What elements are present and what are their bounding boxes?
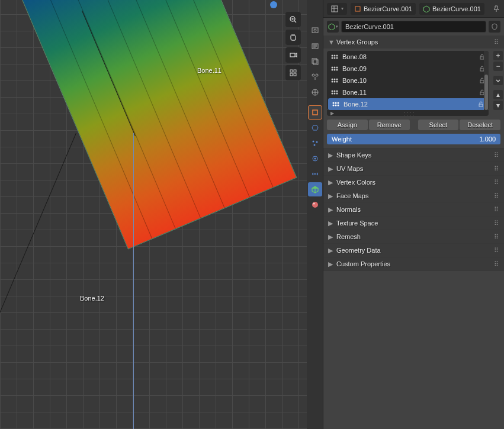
tab-material[interactable] [308, 198, 322, 212]
editor-type-dropdown[interactable]: ▾ [327, 3, 347, 15]
section-header-shape-keys[interactable]: ▶Shape Keys⠿ [323, 149, 504, 162]
weight-slider[interactable]: Weight 1.000 [327, 134, 500, 144]
svg-point-50 [336, 91, 338, 92]
svg-point-19 [316, 141, 317, 143]
svg-point-31 [334, 57, 336, 59]
section-header-uv-maps[interactable]: ▶UV Maps⠿ [323, 162, 504, 175]
datablock-name-input[interactable]: BezierCurve.001 [341, 21, 486, 33]
remove-button[interactable]: Remove [369, 120, 410, 130]
perspective-icon[interactable] [285, 65, 301, 80]
svg-point-44 [332, 81, 333, 83]
lock-icon[interactable] [478, 101, 484, 107]
svg-rect-13 [313, 60, 318, 64]
tab-particles[interactable] [308, 136, 322, 150]
vertex-group-item[interactable]: Bone.09 [327, 63, 489, 75]
breadcrumb-object[interactable]: BezierCurve.001 [351, 3, 416, 15]
svg-point-20 [313, 144, 315, 146]
vertex-group-icon [332, 101, 340, 107]
svg-point-29 [336, 55, 338, 57]
tab-view-layer[interactable] [308, 54, 322, 69]
tab-mesh-data[interactable] [308, 182, 322, 196]
datablock-name-row: ▾ BezierCurve.001 [323, 18, 504, 36]
vertex-group-item[interactable]: Bone.10 [327, 75, 489, 86]
svg-point-36 [336, 67, 338, 69]
select-button[interactable]: Select [418, 120, 459, 130]
drag-handle-icon: ⠿ [494, 247, 499, 254]
section-header-geometry-data[interactable]: ▶Geometry Data⠿ [323, 244, 504, 257]
vertex-group-icon [330, 54, 339, 60]
svg-point-23 [312, 202, 318, 208]
breadcrumb-data[interactable]: BezierCurve.001 [419, 3, 484, 15]
bone-label-12: Bone.12 [80, 295, 104, 302]
svg-point-53 [336, 93, 338, 95]
section-header-face-maps[interactable]: ▶Face Maps⠿ [323, 189, 504, 202]
tab-physics[interactable] [308, 151, 322, 166]
section-header-remesh[interactable]: ▶Remesh⠿ [323, 230, 504, 243]
vertex-group-icon [330, 89, 339, 95]
datablock-icon-dropdown[interactable]: ▾ [327, 21, 339, 33]
tab-output[interactable] [308, 39, 322, 53]
drag-handle-icon: ⠿ [494, 206, 499, 214]
deselect-button[interactable]: Deselect [460, 120, 500, 130]
tab-object[interactable] [308, 105, 322, 120]
drag-handle-icon: ⠿ [494, 165, 499, 173]
move-down-button[interactable]: ▾ [493, 101, 503, 110]
move-up-button[interactable]: ▴ [493, 90, 503, 99]
vertex-group-menu-button[interactable] [493, 76, 503, 85]
pan-icon[interactable] [285, 30, 301, 45]
tab-render[interactable] [308, 24, 322, 38]
resize-grip-icon[interactable]: :::: [403, 109, 415, 117]
vertex-group-item[interactable]: Bone.08 [327, 51, 489, 63]
svg-point-48 [332, 91, 333, 92]
svg-rect-17 [313, 110, 317, 115]
navigation-gizmo-dot[interactable] [270, 1, 277, 8]
assign-button[interactable]: Assign [327, 120, 368, 130]
tab-world[interactable] [308, 85, 322, 99]
add-vertex-group-button[interactable]: + [493, 51, 503, 60]
svg-point-45 [334, 81, 336, 83]
vertex-group-list[interactable]: Bone.08 Bone.09 Bone.10 [327, 51, 489, 110]
section-header-vertex-colors[interactable]: ▶Vertex Colors⠿ [323, 176, 504, 189]
svg-point-27 [332, 55, 333, 57]
vertex-group-name: Bone.11 [342, 89, 367, 96]
svg-point-57 [338, 102, 339, 104]
vertex-group-item[interactable]: Bone.11 [327, 86, 489, 98]
filter-toggle-icon[interactable]: ▶ [330, 111, 334, 116]
weight-painted-mesh [17, 0, 297, 249]
svg-point-43 [336, 79, 338, 80]
drag-handle-icon: ⠿ [494, 233, 499, 241]
bone-label-11: Bone.11 [197, 67, 221, 74]
vertex-group-icon [330, 78, 339, 83]
section-header-custom-properties[interactable]: ▶Custom Properties⠿ [323, 257, 504, 270]
section-header-vertex-groups[interactable]: ▼ Vertex Groups ⠿ [323, 36, 504, 49]
weight-label: Weight [332, 136, 352, 143]
tab-scene[interactable] [308, 70, 322, 84]
disclosure-triangle-icon: ▶ [328, 233, 333, 241]
section-header-texture-space[interactable]: ▶Texture Space⠿ [323, 217, 504, 230]
svg-point-42 [334, 79, 336, 80]
camera-icon[interactable] [285, 47, 301, 63]
viewport-tools [285, 12, 301, 80]
section-header-normals[interactable]: ▶Normals⠿ [323, 203, 504, 216]
svg-point-46 [336, 81, 338, 83]
list-scrollbar[interactable] [484, 51, 489, 110]
remove-vertex-group-button[interactable]: − [493, 62, 503, 71]
svg-point-30 [332, 57, 333, 59]
svg-point-28 [334, 55, 336, 57]
svg-point-51 [332, 93, 333, 95]
svg-point-38 [334, 69, 336, 71]
drag-handle-icon: ⠿ [494, 260, 499, 268]
disclosure-triangle-icon: ▶ [328, 151, 333, 159]
svg-point-41 [332, 79, 333, 80]
tab-modifiers[interactable] [308, 121, 322, 135]
drag-handle-icon: ⠿ [494, 179, 499, 186]
fake-user-toggle[interactable] [489, 21, 500, 33]
vertex-group-name: Bone.10 [342, 77, 367, 84]
panel-content: ▾ BezierCurve.001 BezierCurve.001 ▾ Bezi… [323, 0, 504, 429]
vertex-group-item-selected[interactable]: Bone.12 [328, 98, 487, 110]
tab-constraints[interactable] [308, 167, 322, 181]
disclosure-triangle-icon: ▶ [328, 220, 333, 227]
3d-viewport[interactable]: Bone.11 Bone.12 [0, 0, 307, 429]
zoom-icon[interactable] [285, 12, 301, 27]
pin-icon[interactable] [492, 5, 500, 13]
